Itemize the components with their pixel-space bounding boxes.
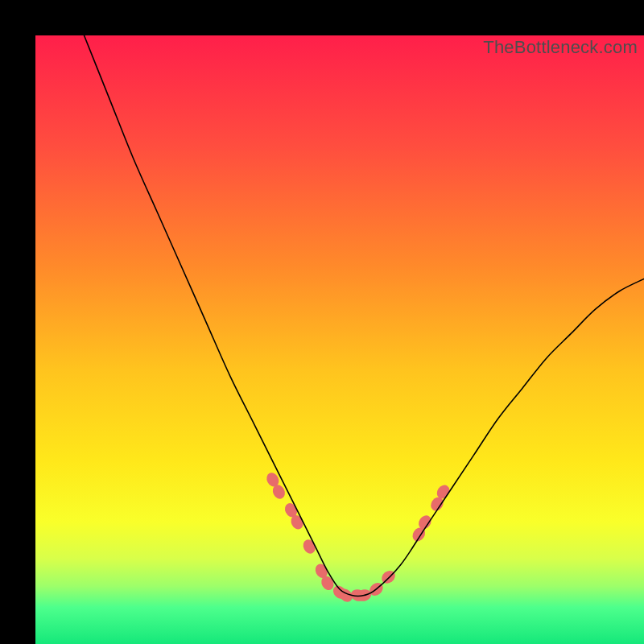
gradient-background	[35, 35, 644, 644]
watermark-text: TheBottleneck.com	[483, 37, 638, 58]
chart-frame: TheBottleneck.com	[0, 0, 644, 644]
plot-area: TheBottleneck.com	[35, 35, 644, 644]
bottleneck-curve-chart	[35, 35, 644, 644]
